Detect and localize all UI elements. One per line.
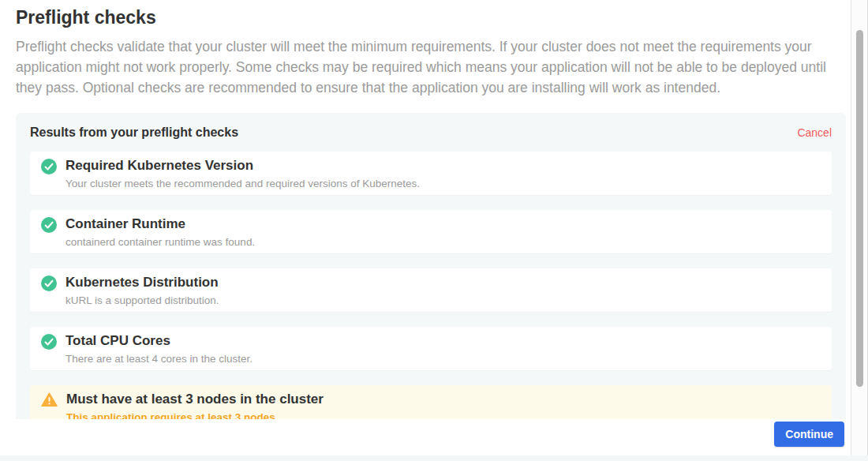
- footer-bar: Continue: [0, 419, 851, 455]
- scrollbar[interactable]: [851, 0, 868, 455]
- cancel-button[interactable]: Cancel: [797, 126, 832, 139]
- check-text: Kubernetes Distribution kURL is a suppor…: [65, 274, 219, 307]
- page-bottom-strip: [0, 455, 868, 461]
- check-title: Kubernetes Distribution: [65, 274, 219, 290]
- check-title: Container Runtime: [65, 216, 255, 232]
- check-message: There are at least 4 cores in the cluste…: [65, 353, 253, 365]
- page-description: Preflight checks validate that your clus…: [16, 36, 838, 98]
- check-row: Container Runtime containerd container r…: [30, 210, 832, 253]
- check-title: Total CPU Cores: [65, 332, 253, 349]
- check-message: containerd container runtime was found.: [65, 236, 255, 249]
- check-text: Must have at least 3 nodes in the cluste…: [66, 391, 324, 419]
- scrollbar-thumb[interactable]: [856, 30, 863, 387]
- panel-heading: Results from your preflight checks: [30, 126, 238, 140]
- check-message: Your cluster meets the recommended and r…: [65, 178, 420, 190]
- check-text: Container Runtime containerd container r…: [65, 216, 255, 249]
- success-check-icon: [41, 217, 57, 233]
- preflight-page: Preflight checks Preflight checks valida…: [0, 0, 868, 461]
- warning-triangle-icon: [41, 392, 58, 407]
- check-title: Required Kubernetes Version: [65, 157, 420, 174]
- preflight-results-panel: Results from your preflight checks Cance…: [16, 113, 846, 419]
- panel-header: Results from your preflight checks Cance…: [30, 126, 832, 140]
- page-title: Preflight checks: [16, 7, 851, 28]
- check-row: Kubernetes Distribution kURL is a suppor…: [30, 268, 832, 312]
- check-list: Required Kubernetes Version Your cluster…: [30, 152, 832, 419]
- scroll-area[interactable]: Preflight checks Preflight checks valida…: [0, 0, 851, 419]
- check-message: This application requires at least 3 nod…: [66, 411, 324, 419]
- continue-button[interactable]: Continue: [774, 422, 844, 447]
- success-check-icon: [41, 334, 57, 350]
- check-row: Total CPU Cores There are at least 4 cor…: [30, 327, 832, 370]
- check-row: Must have at least 3 nodes in the cluste…: [30, 385, 832, 419]
- check-text: Total CPU Cores There are at least 4 cor…: [65, 332, 253, 365]
- check-text: Required Kubernetes Version Your cluster…: [65, 157, 420, 190]
- success-check-icon: [41, 159, 57, 174]
- check-row: Required Kubernetes Version Your cluster…: [30, 152, 832, 195]
- success-check-icon: [41, 275, 57, 291]
- check-message: kURL is a supported distribution.: [65, 294, 219, 307]
- check-title: Must have at least 3 nodes in the cluste…: [66, 391, 324, 407]
